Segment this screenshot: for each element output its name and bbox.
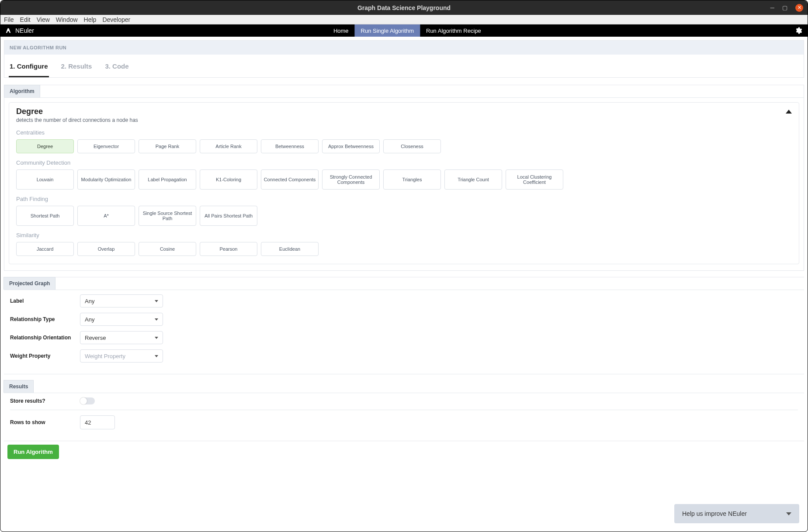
category-label: Similarity	[16, 232, 792, 238]
menu-help[interactable]: Help	[84, 16, 97, 23]
algorithm-chip[interactable]: Closeness	[383, 139, 441, 153]
tab-run-single-algorithm[interactable]: Run Single Algorithm	[355, 24, 420, 37]
window-controls: ─ ▢ ✕	[770, 4, 803, 12]
algorithm-chip[interactable]: Jaccard	[16, 242, 74, 256]
rows-to-show-label: Rows to show	[10, 419, 80, 425]
relationship-type-select[interactable]: Any	[80, 313, 163, 326]
close-button[interactable]: ✕	[795, 4, 803, 12]
relationship-orientation-value: Reverse	[85, 335, 106, 341]
menu-file[interactable]: File	[4, 16, 14, 23]
algorithm-chip-row: LouvainModularity OptimizationLabel Prop…	[16, 169, 792, 190]
tab-home[interactable]: Home	[327, 24, 355, 37]
selected-algorithm-description: detects the number of direct connections…	[16, 117, 792, 123]
relationship-type-value: Any	[85, 316, 94, 323]
chevron-down-icon	[155, 337, 158, 339]
algorithm-panel-header: Algorithm	[4, 85, 804, 98]
collapse-icon[interactable]	[786, 110, 792, 114]
window-titlebar: Graph Data Science Playground ─ ▢ ✕	[0, 0, 808, 15]
algorithm-chip-row: JaccardOverlapCosinePearsonEuclidean	[16, 242, 792, 256]
window-title: Graph Data Science Playground	[357, 4, 451, 11]
algorithm-chip[interactable]: Approx Betweenness	[322, 139, 380, 153]
menu-bar: File Edit View Window Help Developer	[0, 15, 808, 24]
weight-property-label: Weight Property	[10, 353, 80, 359]
app-brand: NEuler	[0, 27, 34, 34]
algorithm-chip[interactable]: Triangles	[383, 169, 441, 190]
rows-to-show-input[interactable]	[80, 415, 115, 429]
algorithm-chip[interactable]: Euclidean	[261, 242, 319, 256]
algorithm-chip[interactable]: Shortest Path	[16, 206, 74, 226]
chevron-down-icon	[786, 512, 791, 515]
algorithm-chip[interactable]: Degree	[16, 139, 74, 153]
algorithm-chip-row: Shortest PathA*Single Source Shortest Pa…	[16, 206, 792, 226]
projected-graph-tab[interactable]: Projected Graph	[3, 277, 55, 290]
chevron-down-icon	[155, 355, 158, 357]
results-panel: Results Store results? Rows to show	[4, 380, 804, 441]
algorithm-chip[interactable]: All Pairs Shortest Path	[200, 206, 257, 226]
gear-icon	[794, 27, 802, 35]
store-results-toggle[interactable]	[80, 397, 95, 404]
menu-window[interactable]: Window	[56, 16, 78, 23]
page-content: NEW ALGORITHM RUN 1. Configure 2. Result…	[0, 37, 808, 463]
algorithm-chip[interactable]: Connected Components	[261, 169, 319, 190]
app-logo-icon	[5, 27, 12, 34]
tab-run-algorithm-recipe[interactable]: Run Algorithm Recipe	[420, 24, 487, 37]
algorithm-chip[interactable]: Overlap	[77, 242, 135, 256]
nav-tabs: Home Run Single Algorithm Run Algorithm …	[327, 24, 487, 37]
category-label: Community Detection	[16, 159, 792, 166]
help-improve-label: Help us improve NEuler	[682, 510, 747, 517]
algorithm-chip[interactable]: Triangle Count	[444, 169, 502, 190]
algorithm-chip[interactable]: Eigenvector	[77, 139, 135, 153]
app-name: NEuler	[15, 27, 34, 34]
algorithm-chip-row: DegreeEigenvectorPage RankArticle RankBe…	[16, 139, 792, 153]
chevron-down-icon	[155, 318, 158, 321]
step-results[interactable]: 2. Results	[60, 60, 93, 77]
section-header: NEW ALGORITHM RUN	[4, 40, 804, 55]
menu-view[interactable]: View	[37, 16, 50, 23]
algorithm-chip[interactable]: K1-Coloring	[200, 169, 257, 190]
algorithm-panel: Algorithm Degree detects the number of d…	[4, 85, 804, 271]
algorithm-chip[interactable]: Cosine	[139, 242, 196, 256]
algorithm-chip[interactable]: Betweenness	[261, 139, 319, 153]
minimize-button[interactable]: ─	[770, 5, 774, 10]
algorithm-chip[interactable]: Local Clustering Coefficient	[506, 169, 563, 190]
projected-graph-panel: Projected Graph Label Any Relationship T…	[4, 277, 804, 374]
label-select[interactable]: Any	[80, 294, 163, 307]
relationship-orientation-select[interactable]: Reverse	[80, 331, 163, 344]
results-tab[interactable]: Results	[3, 380, 34, 393]
divider	[10, 410, 798, 410]
algorithm-chip[interactable]: Label Propagation	[139, 169, 196, 190]
algorithm-selector: Degree detects the number of direct conn…	[9, 102, 799, 264]
weight-property-select[interactable]: Weight Property	[80, 349, 163, 363]
algorithm-tab[interactable]: Algorithm	[4, 85, 40, 97]
wizard-steps: 1. Configure 2. Results 3. Code	[4, 55, 804, 78]
algorithm-chip[interactable]: Louvain	[16, 169, 74, 190]
weight-property-placeholder: Weight Property	[85, 353, 125, 359]
category-label: Path Finding	[16, 196, 792, 202]
step-configure[interactable]: 1. Configure	[9, 60, 49, 77]
step-code[interactable]: 3. Code	[104, 60, 129, 77]
chevron-down-icon	[155, 300, 158, 302]
store-results-label: Store results?	[10, 398, 80, 404]
relationship-type-label: Relationship Type	[10, 316, 80, 322]
label-field-label: Label	[10, 298, 80, 304]
algorithm-chip[interactable]: Pearson	[200, 242, 257, 256]
toggle-knob	[80, 397, 87, 404]
label-select-value: Any	[85, 298, 94, 304]
menu-edit[interactable]: Edit	[20, 16, 31, 23]
algorithm-chip[interactable]: Modularity Optimization	[77, 169, 135, 190]
app-bar: NEuler Home Run Single Algorithm Run Alg…	[0, 24, 808, 37]
help-improve-widget[interactable]: Help us improve NEuler	[674, 504, 799, 523]
settings-button[interactable]	[794, 27, 802, 35]
algorithm-chip[interactable]: A*	[77, 206, 135, 226]
algorithm-chip[interactable]: Single Source Shortest Path	[139, 206, 196, 226]
relationship-orientation-label: Relationship Orientation	[10, 335, 80, 341]
run-algorithm-button[interactable]: Run Algorithm	[7, 445, 59, 459]
algorithm-chip[interactable]: Article Rank	[200, 139, 257, 153]
selected-algorithm-name: Degree	[16, 107, 792, 116]
maximize-button[interactable]: ▢	[782, 5, 787, 10]
algorithm-chip[interactable]: Page Rank	[139, 139, 196, 153]
algorithm-chip[interactable]: Strongly Connected Components	[322, 169, 380, 190]
category-label: Centralities	[16, 129, 792, 136]
menu-developer[interactable]: Developer	[102, 16, 130, 23]
